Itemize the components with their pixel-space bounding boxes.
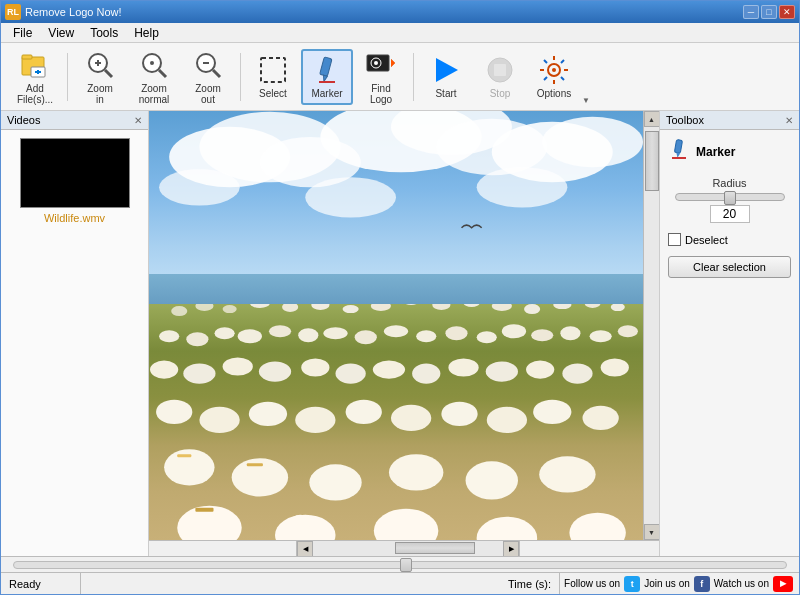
start-label: Start xyxy=(435,88,456,99)
svg-line-35 xyxy=(561,60,564,63)
marker-label: Marker xyxy=(311,88,342,99)
zoom-in-button[interactable]: Zoomin xyxy=(74,49,126,105)
find-logo-button[interactable]: FindLogo xyxy=(355,49,407,105)
deselect-row: Deselect xyxy=(668,231,791,248)
menu-help[interactable]: Help xyxy=(126,24,167,42)
select-icon xyxy=(257,54,289,86)
svg-line-14 xyxy=(213,70,220,77)
options-dropdown[interactable]: ▼ xyxy=(582,49,590,105)
marker-button[interactable]: Marker xyxy=(301,49,353,105)
svg-rect-109 xyxy=(247,463,263,466)
zoom-slider-thumb[interactable] xyxy=(400,558,412,572)
add-files-icon xyxy=(19,49,51,81)
options-icon xyxy=(538,54,570,86)
zoom-out-button[interactable]: Zoomout xyxy=(182,49,234,105)
stop-icon xyxy=(484,54,516,86)
toolbox-close[interactable]: ✕ xyxy=(785,115,793,126)
scroll-thumb[interactable] xyxy=(645,131,659,191)
time-label: Time (s): xyxy=(508,578,551,590)
options-button[interactable]: Options xyxy=(528,49,580,105)
svg-line-34 xyxy=(561,77,564,80)
videos-panel-close[interactable]: ✕ xyxy=(134,115,142,126)
title-bar: RL Remove Logo Now! ─ □ ✕ xyxy=(1,1,799,23)
scroll-right-button[interactable]: ▶ xyxy=(503,541,519,557)
clear-selection-button[interactable]: Clear selection xyxy=(668,256,791,278)
start-button[interactable]: Start xyxy=(420,49,472,105)
scroll-track[interactable] xyxy=(644,127,659,524)
h-scroll-thumb[interactable] xyxy=(395,542,475,554)
toolbox-panel: Toolbox ✕ Marker Ra xyxy=(659,111,799,556)
svg-rect-15 xyxy=(261,58,285,82)
menu-tools[interactable]: Tools xyxy=(82,24,126,42)
stop-button[interactable]: Stop xyxy=(474,49,526,105)
svg-point-122 xyxy=(290,515,310,531)
minimize-button[interactable]: ─ xyxy=(743,5,759,19)
svg-point-54 xyxy=(343,305,359,313)
svg-rect-120 xyxy=(195,508,213,512)
svg-point-64 xyxy=(159,330,179,342)
svg-point-87 xyxy=(373,361,405,379)
menu-view[interactable]: View xyxy=(40,24,82,42)
svg-point-71 xyxy=(355,330,377,344)
svg-rect-129 xyxy=(674,139,682,153)
svg-point-77 xyxy=(531,329,553,341)
close-button[interactable]: ✕ xyxy=(779,5,795,19)
svg-line-11 xyxy=(159,70,166,77)
vertical-scrollbar: ▲ ▼ xyxy=(643,111,659,540)
radius-label: Radius xyxy=(712,177,746,189)
video-thumbnail xyxy=(20,138,130,208)
toolbox-tool-header: Marker xyxy=(668,138,791,165)
svg-point-127 xyxy=(569,513,625,540)
scroll-up-button[interactable]: ▲ xyxy=(644,111,660,127)
menu-bar: File View Tools Help xyxy=(1,23,799,43)
svg-point-81 xyxy=(150,361,178,379)
svg-point-50 xyxy=(223,305,237,313)
select-button[interactable]: Select xyxy=(247,49,299,105)
add-files-label: AddFile(s)... xyxy=(17,83,53,105)
toolbox-marker-icon xyxy=(668,138,690,165)
svg-point-97 xyxy=(295,407,335,433)
svg-point-76 xyxy=(502,324,526,338)
twitter-icon[interactable]: t xyxy=(624,576,640,592)
svg-point-73 xyxy=(416,330,436,342)
scroll-left-button[interactable]: ◀ xyxy=(297,541,313,557)
svg-point-111 xyxy=(324,468,340,480)
zoom-slider-track[interactable] xyxy=(13,561,787,569)
svg-point-63 xyxy=(611,304,625,311)
svg-point-47 xyxy=(477,167,568,207)
preview-with-scrollbar: ▲ ▼ xyxy=(149,111,659,540)
status-bar: Ready Time (s): Follow us on t Join us o… xyxy=(1,572,799,594)
svg-point-55 xyxy=(371,304,391,311)
join-label: Join us on xyxy=(644,578,690,589)
h-scroll-track[interactable] xyxy=(313,541,503,556)
menu-file[interactable]: File xyxy=(5,24,40,42)
window-controls: ─ □ ✕ xyxy=(743,5,795,19)
marker-icon xyxy=(311,54,343,86)
facebook-icon[interactable]: f xyxy=(694,576,710,592)
maximize-button[interactable]: □ xyxy=(761,5,777,19)
select-label: Select xyxy=(259,88,287,99)
dropdown-arrow-icon: ▼ xyxy=(582,96,590,105)
svg-point-113 xyxy=(403,458,419,470)
svg-point-32 xyxy=(552,68,556,72)
svg-point-98 xyxy=(346,400,382,424)
options-label: Options xyxy=(537,88,571,99)
add-files-button[interactable]: AddFile(s)... xyxy=(9,49,61,105)
video-item[interactable]: Wildlife.wmv xyxy=(1,130,148,232)
svg-point-99 xyxy=(391,405,431,431)
zoom-normal-button[interactable]: Zoomnormal xyxy=(128,49,180,105)
svg-point-91 xyxy=(526,361,554,379)
svg-point-62 xyxy=(585,304,601,308)
svg-point-89 xyxy=(448,359,478,377)
zoom-out-label: Zoomout xyxy=(195,83,221,105)
youtube-icon[interactable]: ▶ xyxy=(773,576,793,592)
preview-column: ▲ ▼ ◀ ▶ xyxy=(149,111,659,556)
svg-point-53 xyxy=(311,304,329,310)
svg-point-92 xyxy=(562,364,592,384)
slider-thumb[interactable] xyxy=(724,191,736,205)
horizontal-scrollbar[interactable]: ◀ ▶ xyxy=(297,541,519,556)
radius-value[interactable]: 20 xyxy=(710,205,750,223)
deselect-checkbox[interactable] xyxy=(668,233,681,246)
radius-slider[interactable] xyxy=(675,193,785,201)
scroll-down-button[interactable]: ▼ xyxy=(644,524,660,540)
